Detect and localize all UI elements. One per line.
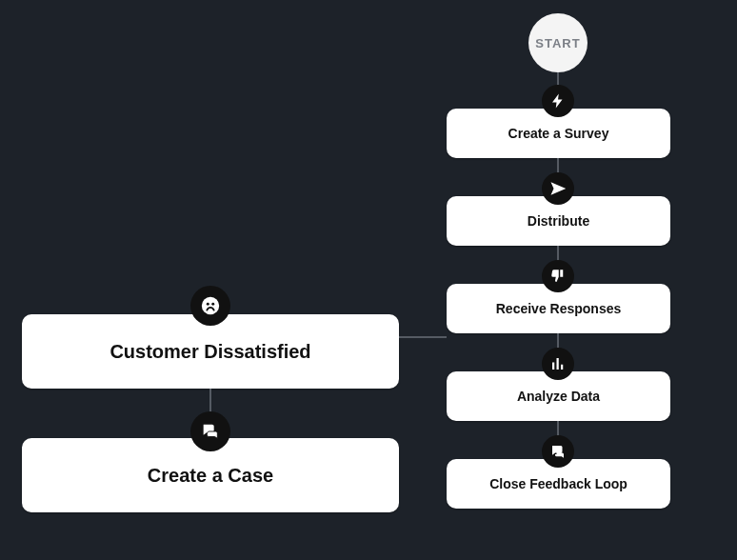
start-label: START	[535, 36, 580, 50]
svg-point-8	[207, 303, 209, 306]
thumbs-down-icon	[542, 260, 574, 292]
start-node: START	[528, 13, 588, 72]
comments-icon	[542, 435, 574, 468]
frown-icon	[190, 286, 230, 326]
flow-diagram: START Create a Survey Distribute Receive…	[0, 0, 737, 560]
paper-plane-icon	[542, 172, 574, 205]
connectors	[0, 0, 737, 560]
bolt-icon	[542, 85, 574, 117]
bar-chart-icon	[542, 348, 574, 380]
chat-icon	[190, 411, 230, 451]
svg-point-9	[211, 303, 214, 306]
svg-point-7	[202, 297, 219, 314]
